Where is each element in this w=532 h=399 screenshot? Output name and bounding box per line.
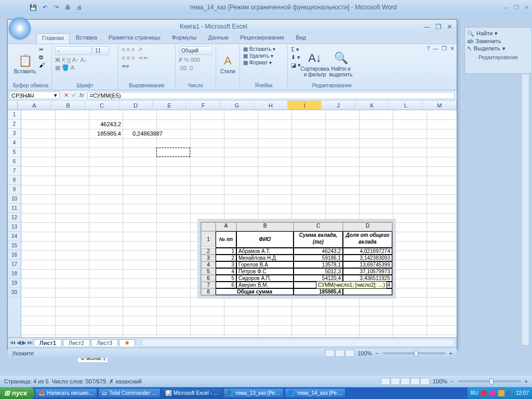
minimize-icon[interactable]: — [423,23,430,31]
underline-icon[interactable]: Ч [66,57,70,63]
cut-icon[interactable]: ✂ [39,46,45,53]
mdi-min-icon[interactable]: — [433,45,438,52]
number-format[interactable]: Общий [179,46,212,55]
font-color-icon[interactable]: A [71,64,74,71]
mdi-restore-icon[interactable]: ❐ [442,45,447,52]
grid[interactable]: 12345 678910 1112131415 1617181920 46243… [8,110,457,337]
next-icon[interactable]: ▶ [22,339,26,346]
replace-button[interactable]: abЗаменить [467,37,529,45]
sort-button[interactable]: A↓Сортировка и фильтр [303,46,327,82]
zoom-in-icon[interactable]: + [525,378,528,384]
new-sheet-icon[interactable]: ✸ [119,339,135,347]
grow-font-icon[interactable]: A↑ [72,57,79,63]
select-button[interactable]: ↖Выделить ▾ [467,45,529,52]
print-icon[interactable]: 🖶 [63,3,72,11]
autosum-icon[interactable]: Σ ▾ [291,46,301,53]
tray-icon[interactable] [481,390,487,396]
formula-input[interactable]: =СУММ(E5) [87,92,455,99]
col-B[interactable]: B [51,101,85,110]
cancel-icon[interactable]: ✕ [64,92,69,99]
enter-icon[interactable]: ✓ [72,92,76,99]
tray-icon[interactable] [489,390,496,396]
language-indicator[interactable]: RU [471,390,478,396]
minimize-icon[interactable]: — [503,4,509,11]
zoom-out-icon[interactable]: − [375,350,378,356]
task-word13[interactable]: 📘тема_13_каз [Ре… [223,388,284,398]
tab-view[interactable]: Вид [290,33,311,44]
merge-icon[interactable]: ⬌▾ [122,63,149,70]
task-word14[interactable]: 📘тема_14_каз [Ре… [285,388,345,398]
tab-formulas[interactable]: Формулы [167,33,202,44]
column-headers[interactable]: A B C D E F G H I J K L M [8,101,457,110]
border-icon[interactable]: ▦ [55,64,60,71]
styles-button[interactable]: AСтили [219,46,236,82]
font-family[interactable] [55,46,91,55]
word-view-buttons[interactable] [381,378,430,385]
col-H[interactable]: H [254,101,288,110]
select-all-corner[interactable] [8,101,18,110]
dropdown-icon[interactable]: ▾ [54,92,57,99]
tab-layout[interactable]: Разметка страницы [103,33,166,44]
row-headers[interactable]: 12345 678910 1112131415 1617181920 [8,110,21,337]
restore-icon[interactable]: ❐ [435,23,442,31]
task-totalcmd[interactable]: 🗂Total Commander … [98,388,161,398]
quickprint-icon[interactable]: 🖨 [75,3,83,11]
italic-icon[interactable]: К [62,57,65,63]
prev-icon[interactable]: ◀ [17,339,21,346]
paste-button[interactable]: 📋 Вставить [13,46,37,82]
col-M[interactable]: M [423,101,457,110]
painter-icon[interactable]: 🖌 [39,62,45,68]
task-excel[interactable]: 📊Microsoft Excel - … [162,388,222,398]
col-K[interactable]: K [355,101,389,110]
restore-icon[interactable]: ❐ [514,4,519,11]
redo-icon[interactable]: ↷ [52,3,60,11]
close-icon[interactable]: ✕ [524,4,529,11]
sheet2[interactable]: Лист2 [63,339,90,346]
col-C[interactable]: C [85,101,119,110]
name-box[interactable]: СРЗНАЧ▾ [9,91,60,99]
undo-icon[interactable]: ↶ [41,3,49,11]
shrink-font-icon[interactable]: A↓ [81,57,87,63]
col-D[interactable]: D [119,101,153,110]
zoom-out-icon[interactable]: − [450,378,454,384]
insert-cells[interactable]: ▦ Вставить ▾ [243,46,284,52]
tray-icon[interactable]: K [507,390,513,396]
col-E[interactable]: E [153,101,187,110]
language[interactable]: казахский [115,378,141,384]
find-button[interactable]: 🔍Найти ▾ [467,30,529,37]
tab-review[interactable]: Рецензирование [235,33,289,44]
tray-icon[interactable] [498,390,504,396]
first-icon[interactable]: ⏮ [10,339,16,346]
fill-down-icon[interactable]: ⬇ ▾ [291,54,301,61]
col-I[interactable]: I [288,101,322,110]
zoom-slider[interactable] [458,380,521,382]
tab-home[interactable]: Главная [36,33,70,44]
col-L[interactable]: L [389,101,423,110]
cell-C3[interactable]: 185985,4 [89,129,123,138]
font-size[interactable] [92,46,109,55]
sheet1[interactable]: Лист1 [34,339,62,346]
fx-icon[interactable]: fx [79,92,84,99]
cell-D3[interactable]: 0,24863887 [123,129,164,138]
help-icon[interactable]: ? [427,45,430,52]
delete-cells[interactable]: ▦ Удалить ▾ [243,53,284,59]
start-button[interactable]: ⊞пуск [0,387,34,399]
col-J[interactable]: J [322,101,355,110]
h-scrollbar[interactable] [141,339,455,347]
system-tray[interactable]: RU K 12:07 [468,387,532,399]
office-button[interactable]: ⊞ [9,17,31,39]
tab-data[interactable]: Данные [203,33,234,44]
last-icon[interactable]: ⏭ [27,339,33,346]
fill-icon[interactable]: 🪣 [62,64,69,71]
bold-icon[interactable]: Ж [55,57,60,63]
col-G[interactable]: G [220,101,254,110]
tab-insert[interactable]: Вставка [71,33,102,44]
task-firefox[interactable]: 🦊Написать письмо… [35,388,97,398]
find-button[interactable]: 🔍Найти и выделить [329,46,353,82]
proofing-icon[interactable]: ✗ [109,378,114,385]
clear-icon[interactable]: ◪ ▾ [291,62,301,69]
cell-C2[interactable]: 46243,2 [89,119,123,129]
col-F[interactable]: F [187,101,220,110]
zoom-slider[interactable] [383,352,445,354]
view-buttons[interactable] [325,350,354,357]
